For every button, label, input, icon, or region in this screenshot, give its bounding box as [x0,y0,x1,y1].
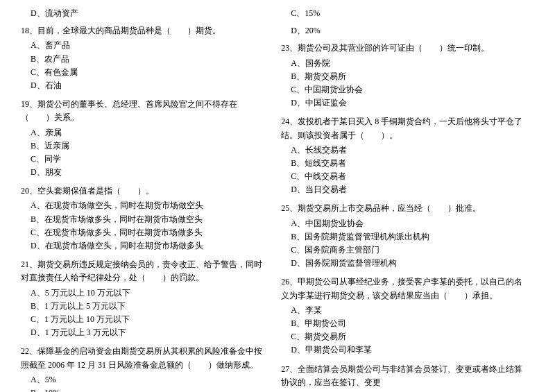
q23-opt-b: B、期货交易所 [281,70,527,83]
q18-opt-b: B、农产品 [21,53,267,66]
q22-opt-b: B、10% [21,386,267,392]
question-25-text: 25、期货交易所上市交易品种，应当经（ ）批准。 [281,202,527,215]
q26-opt-c: C、期货交易所 [281,330,527,343]
question-24-text: 24、发投机者于某日买入 8 手铜期货合约，一天后他将头寸平仓了结。则该投资者属… [281,115,527,142]
q26-opt-b: B、甲期货公司 [281,317,527,330]
question-24: 24、发投机者于某日买入 8 手铜期货合约，一天后他将头寸平仓了结。则该投资者属… [281,115,527,196]
q24-opt-d: D、当日交易者 [281,183,527,196]
question-18: 18、目前，全球最大的商品期货品种是（ ）期货。 A、畜产品 B、农产品 C、有… [21,24,267,92]
question-18-text: 18、目前，全球最大的商品期货品种是（ ）期货。 [21,24,267,37]
left-column: D、流动资产 18、目前，全球最大的商品期货品种是（ ）期货。 A、畜产品 B、… [21,7,267,392]
question-19-text: 19、期货公司的董事长、总经理、首席风险官之间不得存在（ ）关系。 [21,98,267,124]
q21-opt-c: C、1 万元以上 10 万元以下 [21,313,267,326]
question-22-text: 22、保障基金的启动资金由期货交易所从其积累的风险准备金中按照截至 2006 年… [21,345,267,371]
q21-opt-a: A、5 万元以上 10 万元以下 [21,287,267,300]
q21-opt-d: D、1 万元以上 3 万元以下 [21,326,267,339]
q19-opt-d: D、朋友 [21,166,267,179]
right-top-item-c: C、15% [281,7,527,20]
q21-opt-b: B、1 万元以上 5 万元以下 [21,300,267,313]
q23-opt-d: D、中国证监会 [281,96,527,110]
q25-opt-b: B、国务院期货监督管理机构派出机构 [281,230,527,244]
q20-opt-c: C、在现货市场做多头，同时在期货市场做多头 [21,226,267,239]
question-26-text: 26、甲期货公司从事经纪业务，接受客户李某的委托，以自己的名义为李某进行期货交易… [281,275,527,302]
q23-opt-c: C、中国期货业协会 [281,83,527,96]
question-26: 26、甲期货公司从事经纪业务，接受客户李某的委托，以自己的名义为李某进行期货交易… [281,275,527,357]
option-d-top: D、流动资产 [21,7,267,20]
q18-opt-c: C、有色金属 [21,66,267,79]
question-20-text: 20、空头套期保值者是指（ ）。 [21,185,267,198]
question-27-text: 27、全面结算会员期货公司与非结算会员签订、变更或者终止结算协议的，应当在签订、… [281,363,527,389]
q24-opt-a: A、长线交易者 [281,144,527,157]
q19-opt-b: B、近亲属 [21,139,267,153]
right-top-item-d: D、20% [281,24,527,37]
q25-opt-a: A、中国期货业协会 [281,217,527,230]
q24-opt-c: C、中线交易者 [281,170,527,183]
q20-opt-a: A、在现货市场做空头，同时在期货市场做空头 [21,199,267,212]
q26-opt-d: D、甲期货公司和李某 [281,343,527,357]
page-container: D、流动资产 18、目前，全球最大的商品期货品种是（ ）期货。 A、畜产品 B、… [21,7,534,392]
question-22: 22、保障基金的启动资金由期货交易所从其积累的风险准备金中按照截至 2006 年… [21,345,267,392]
q25-opt-c: C、国务院商务主管部门 [281,244,527,257]
option-d-top2: D、20% [281,24,527,37]
columns-layout: D、流动资产 18、目前，全球最大的商品期货品种是（ ）期货。 A、畜产品 B、… [21,7,534,392]
question-19: 19、期货公司的董事长、总经理、首席风险官之间不得存在（ ）关系。 A、亲属 B… [21,98,267,179]
q18-opt-d: D、石油 [21,79,267,92]
q22-opt-a: A、5% [21,373,267,386]
question-23-text: 23、期货公司及其营业部的许可证由（ ）统一印制。 [281,42,527,55]
q19-opt-c: C、同学 [21,153,267,166]
q20-opt-d: D、在现货市场做空头，同时在期货市场做多头 [21,239,267,253]
question-21: 21、期货交易所违反规定接纳会员的，责令改正、给予警告，同时对直接责任人给予纪律… [21,258,267,339]
right-column: C、15% D、20% 23、期货公司及其营业部的许可证由（ ）统一印制。 A、… [281,7,527,392]
question-23: 23、期货公司及其营业部的许可证由（ ）统一印制。 A、国务院 B、期货交易所 … [281,42,527,110]
question-21-text: 21、期货交易所违反规定接纳会员的，责令改正、给予警告，同时对直接责任人给予纪律… [21,258,267,284]
question-25: 25、期货交易所上市交易品种，应当经（ ）批准。 A、中国期货业协会 B、国务院… [281,202,527,270]
question-20: 20、空头套期保值者是指（ ）。 A、在现货市场做空头，同时在期货市场做空头 B… [21,185,267,253]
left-top-item: D、流动资产 [21,7,267,20]
q23-opt-a: A、国务院 [281,57,527,70]
q25-opt-d: D、国务院期货监督管理机构 [281,257,527,270]
option-c-top: C、15% [281,7,527,20]
q26-opt-a: A、李某 [281,304,527,317]
question-27: 27、全面结算会员期货公司与非结算会员签订、变更或者终止结算协议的，应当在签订、… [281,363,527,389]
q24-opt-b: B、短线交易者 [281,157,527,170]
q19-opt-a: A、亲属 [21,126,267,139]
q18-opt-a: A、畜产品 [21,39,267,52]
q20-opt-b: B、在现货市场做多头，同时在期货市场做空头 [21,213,267,226]
